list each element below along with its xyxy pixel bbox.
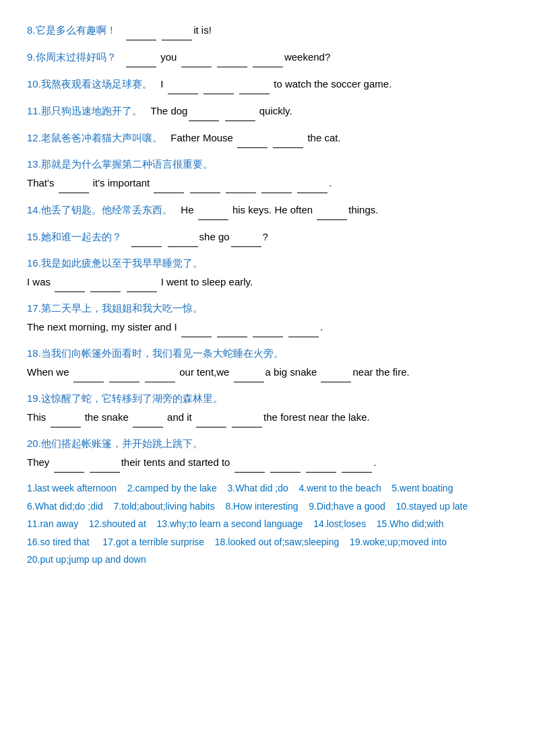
q14-chinese: 14.他丢了钥匙。他经常丢东西。 bbox=[27, 204, 172, 215]
answer-6: 6.What did;do ;did bbox=[27, 501, 103, 512]
q16-chinese: 16.我是如此疲惫以至于我早早睡觉了。 bbox=[27, 254, 508, 272]
answer-3: 3.What did ;do bbox=[222, 483, 288, 493]
q18-english: When we our tent,we a big snake near the… bbox=[27, 362, 508, 382]
q10-english: I to watch the soccer game. bbox=[155, 78, 391, 90]
question-13: 13.那就是为什么掌握第二种语言很重要。 That's it's importa… bbox=[27, 155, 508, 193]
q13-chinese: 13.那就是为什么掌握第二种语言很重要。 bbox=[27, 158, 213, 170]
q11-chinese: 11.那只狗迅速地跑开了。 bbox=[27, 105, 142, 116]
answer-8: 8.How interesting bbox=[220, 501, 298, 512]
q9-english: you weekend? bbox=[119, 51, 331, 63]
q15-english: she go? bbox=[125, 231, 268, 242]
question-17: 17.第二天早上，我姐姐和我大吃一惊。 The next morning, my… bbox=[27, 299, 508, 337]
q17-english: The next morning, my sister and I . bbox=[27, 317, 508, 337]
question-8: 8.它是多么有趣啊！ it is! bbox=[27, 20, 508, 40]
question-12: 12.老鼠爸爸冲着猫大声叫嚷。 Father Mouse the cat. bbox=[27, 128, 508, 148]
answer-18: 18.looked out of;saw;sleeping bbox=[210, 537, 339, 547]
question-14: 14.他丢了钥匙。他经常丢东西。 He his keys. He often t… bbox=[27, 200, 508, 220]
answer-1: 1.last week afternoon bbox=[27, 483, 117, 493]
question-18: 18.当我们向帐篷外面看时，我们看见一条大蛇睡在火旁。 When we our … bbox=[27, 344, 508, 382]
answer-9: 9.Did;have a good bbox=[303, 501, 385, 512]
q14-english: He his keys. He often things. bbox=[175, 204, 378, 215]
q12-chinese: 12.老鼠爸爸冲着猫大声叫嚷。 bbox=[27, 132, 162, 143]
q9-chinese: 9.你周末过得好吗？ bbox=[27, 51, 117, 63]
answer-4: 4.went to the beach bbox=[294, 483, 381, 493]
answers-line-2: 6.What did;do ;did 7.told;about;living h… bbox=[27, 497, 508, 516]
q13-english: That's it's important . bbox=[27, 173, 508, 193]
q20-english: They their tents and started to . bbox=[27, 452, 508, 473]
answer-15: 15.Who did;with bbox=[371, 518, 443, 529]
answers-line-1: 1.last week afternoon 2.camped by the la… bbox=[27, 479, 508, 497]
q12-english: Father Mouse the cat. bbox=[165, 132, 341, 143]
q8-chinese: 8.它是多么有趣啊！ bbox=[27, 24, 117, 36]
question-9: 9.你周末过得好吗？ you weekend? bbox=[27, 47, 508, 67]
answers-line-4: 16.so tired that 17.got a terrible surpr… bbox=[27, 533, 508, 551]
answer-16: 16.so tired that bbox=[27, 537, 90, 547]
question-19: 19.这惊醒了蛇，它转移到了湖旁的森林里。 This the snake and… bbox=[27, 389, 508, 427]
question-10: 10.我熬夜观看这场足球赛。 I to watch the soccer gam… bbox=[27, 74, 508, 94]
question-11: 11.那只狗迅速地跑开了。 The dog quickly. bbox=[27, 101, 508, 121]
q18-chinese: 18.当我们向帐篷外面看时，我们看见一条大蛇睡在火旁。 bbox=[27, 344, 508, 362]
q16-english: I was I went to sleep early. bbox=[27, 272, 508, 292]
answer-12: 12.shouted at bbox=[84, 518, 146, 529]
worksheet-content: 8.它是多么有趣啊！ it is! 9.你周末过得好吗？ you weekend… bbox=[27, 20, 508, 569]
answer-5: 5.went boating bbox=[387, 483, 453, 493]
q10-chinese: 10.我熬夜观看这场足球赛。 bbox=[27, 78, 152, 90]
question-16: 16.我是如此疲惫以至于我早早睡觉了。 I was I went to slee… bbox=[27, 254, 508, 292]
question-15: 15.她和谁一起去的？ she go? bbox=[27, 227, 508, 247]
answer-20: 20.put up;jump up and down bbox=[27, 554, 146, 565]
answer-7: 7.told;about;living habits bbox=[108, 501, 215, 512]
answer-17: 17.got a terrible surprise bbox=[95, 537, 205, 547]
q20-chinese: 20.他们搭起帐账篷，并开始跳上跳下。 bbox=[27, 434, 508, 452]
q17-chinese: 17.第二天早上，我姐姐和我大吃一惊。 bbox=[27, 299, 508, 317]
answer-14: 14.lost;loses bbox=[309, 518, 367, 529]
q11-english: The dog quickly. bbox=[145, 105, 292, 116]
q15-chinese: 15.她和谁一起去的？ bbox=[27, 231, 122, 242]
answer-19: 19.woke;up;moved into bbox=[344, 537, 447, 547]
q8-english: it is! bbox=[119, 24, 212, 36]
q19-english: This the snake and it the forest near th… bbox=[27, 407, 508, 427]
answer-13: 13.why;to learn a second language bbox=[152, 518, 303, 529]
q19-chinese: 19.这惊醒了蛇，它转移到了湖旁的森林里。 bbox=[27, 389, 508, 407]
question-20: 20.他们搭起帐账篷，并开始跳上跳下。 They their tents and… bbox=[27, 434, 508, 473]
answers-line-3: 11.ran away 12.shouted at 13.why;to lear… bbox=[27, 515, 508, 533]
answer-11: 11.ran away bbox=[27, 518, 78, 529]
answer-2: 2.camped by the lake bbox=[122, 483, 217, 493]
answers-section: 1.last week afternoon 2.camped by the la… bbox=[27, 479, 508, 569]
answer-10: 10.stayed up late bbox=[391, 501, 468, 512]
answers-line-5: 20.put up;jump up and down bbox=[27, 551, 508, 569]
